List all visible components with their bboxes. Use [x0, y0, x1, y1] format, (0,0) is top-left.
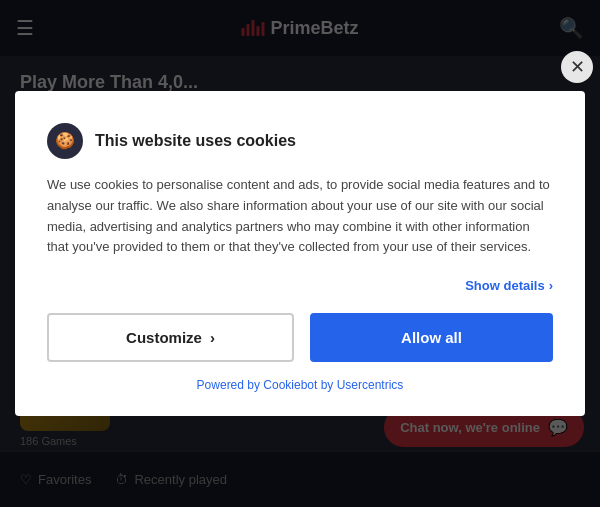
customize-label: Customize	[126, 329, 202, 346]
modal-overlay: ✕ 🍪 This website uses cookies We use coo…	[0, 0, 600, 507]
modal-close-button[interactable]: ✕	[561, 51, 593, 83]
allow-all-button[interactable]: Allow all	[310, 313, 553, 362]
chevron-right-icon: ›	[549, 278, 553, 293]
modal-title: This website uses cookies	[95, 132, 296, 150]
cookie-modal: ✕ 🍪 This website uses cookies We use coo…	[15, 91, 585, 416]
modal-header: 🍪 This website uses cookies	[47, 123, 553, 159]
modal-buttons: Customize › Allow all	[47, 313, 553, 362]
customize-button[interactable]: Customize ›	[47, 313, 294, 362]
show-details-label: Show details	[465, 278, 544, 293]
chevron-right-icon-2: ›	[210, 329, 215, 346]
powered-by: Powered by Cookiebot by Usercentrics	[47, 378, 553, 392]
cookiebot-link[interactable]: Cookiebot by Usercentrics	[263, 378, 403, 392]
modal-body-text: We use cookies to personalise content an…	[47, 175, 553, 258]
powered-by-prefix: Powered by	[197, 378, 264, 392]
cookie-icon: 🍪	[47, 123, 83, 159]
modal-footer-link: Show details ›	[47, 278, 553, 293]
allow-all-label: Allow all	[401, 329, 462, 346]
show-details-link[interactable]: Show details ›	[465, 278, 553, 293]
